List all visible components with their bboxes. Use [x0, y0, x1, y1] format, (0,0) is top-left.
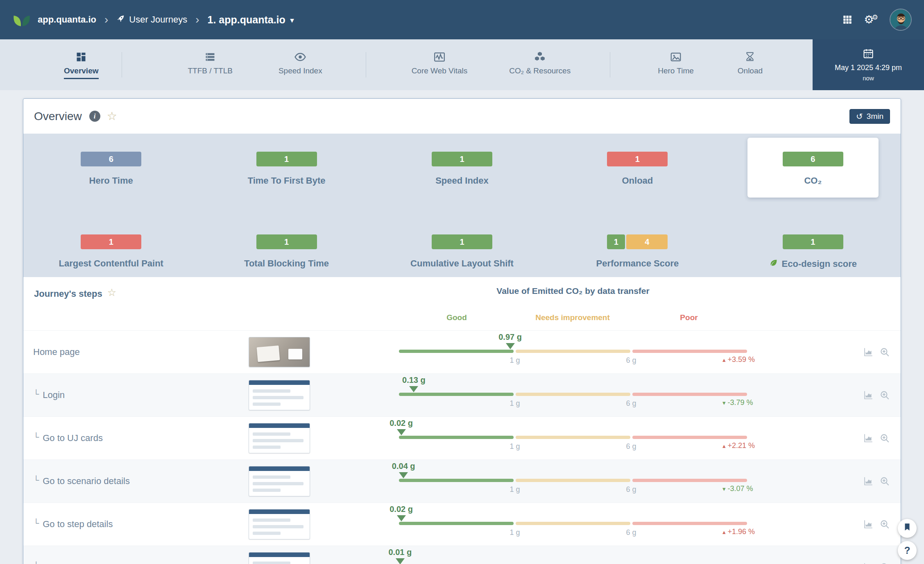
summary-card-performance-score[interactable]: 1 4 Performance Score	[550, 234, 725, 277]
refresh-interval-button[interactable]: ↺ 3min	[849, 109, 890, 124]
metric-badge: 1	[783, 234, 843, 249]
summary-card-lcp[interactable]: 1 Largest Contentful Paint	[23, 234, 199, 277]
breadcrumb-journeys-label: User Journeys	[129, 14, 187, 25]
summary-card-label: Onload	[622, 175, 653, 186]
step-name[interactable]: Go to scenario details	[43, 476, 130, 487]
metric-tabbar: Overview TTFB / TTLB Speed Index Core We…	[0, 39, 924, 90]
overview-grid-icon	[75, 51, 87, 63]
chart-icon[interactable]	[863, 562, 874, 564]
zoom-in-icon[interactable]	[879, 562, 890, 564]
summary-cards: 6 Hero Time 1 Time To First Byte 1 Speed…	[23, 134, 901, 277]
chart-icon[interactable]	[863, 433, 874, 443]
step-name[interactable]: Go to UJ cards	[43, 433, 103, 443]
journey-step-row[interactable]: └ Login 0.13 g 1 g 6 g ▾-3.79 %	[23, 373, 901, 416]
metric-badge: 1	[607, 152, 668, 166]
summary-card-speed-index[interactable]: 1 Speed Index	[374, 152, 550, 193]
chart-icon[interactable]	[863, 347, 874, 357]
co2-value: 0.02 g	[390, 505, 413, 514]
metric-badge: 1	[607, 234, 625, 249]
summary-card-label: Largest Contentful Paint	[59, 258, 163, 269]
zoom-in-icon[interactable]	[879, 390, 890, 400]
zoom-in-icon[interactable]	[879, 476, 890, 487]
co2-scale-bar	[399, 393, 747, 396]
step-thumbnail[interactable]	[249, 466, 310, 496]
step-name[interactable]: Home page	[33, 347, 80, 357]
value-marker-icon	[409, 386, 418, 392]
navbar-actions: ⚙⚙	[842, 9, 912, 31]
value-marker-icon	[397, 429, 406, 435]
chart-icon[interactable]	[863, 390, 874, 400]
apps-grid-icon[interactable]	[842, 14, 853, 25]
summary-card-label: CO₂	[804, 175, 822, 186]
summary-card-hero-time[interactable]: 6 Hero Time	[23, 152, 199, 193]
summary-card-cls[interactable]: 1 Cumulative Layout Shift	[374, 234, 550, 277]
step-thumbnail[interactable]	[249, 380, 310, 410]
hourglass-icon	[745, 51, 755, 63]
breadcrumb-root[interactable]: app.quanta.io	[38, 14, 96, 25]
co2-scale-bar	[399, 522, 747, 525]
tab-speed-index[interactable]: Speed Index	[268, 51, 333, 79]
co2-value: 0.97 g	[498, 332, 522, 342]
journey-step-row[interactable]: Home page 0.97 g 1 g 6 g ▴+3.59 %	[23, 330, 901, 373]
info-icon[interactable]: i	[89, 111, 100, 122]
summary-card-ttfb[interactable]: 1 Time To First Byte	[199, 152, 374, 193]
co2-value: 0.13 g	[402, 375, 426, 385]
step-name[interactable]: Login	[43, 390, 65, 400]
summary-card-co2[interactable]: 6 CO₂	[725, 152, 901, 193]
bookmark-button[interactable]	[898, 519, 917, 538]
metric-badge: 4	[626, 234, 668, 249]
refresh-interval-label: 3min	[867, 112, 883, 121]
delta-percent: ▾-3.07 %	[722, 484, 753, 493]
floating-buttons: ?	[898, 519, 917, 560]
date-range-picker[interactable]: May 1 2025 4:29 pm now	[813, 39, 924, 90]
summary-card-label: Cumulative Layout Shift	[410, 258, 514, 269]
breadcrumb-user-journeys[interactable]: User Journeys	[116, 14, 187, 25]
step-name[interactable]: Go to RUM	[43, 562, 88, 564]
tab-ttfb-ttlb[interactable]: TTFB / TTLB	[177, 51, 243, 79]
breadcrumb-chevron-icon: ›	[195, 14, 199, 25]
step-name[interactable]: Go to step details	[43, 519, 113, 530]
chart-icon[interactable]	[863, 476, 874, 487]
summary-card-label: Speed Index	[435, 175, 489, 186]
value-marker-icon	[399, 472, 408, 478]
journey-selector[interactable]: 1. app.quanta.io ▾	[208, 14, 294, 26]
trend-arrow-icon: ▾	[722, 485, 726, 493]
summary-card-label: Time To First Byte	[248, 175, 326, 186]
journey-step-row[interactable]: └ Go to RUM 0.01 g 1 g 6 g	[23, 546, 901, 564]
trend-arrow-icon: ▴	[722, 528, 726, 536]
journey-step-row[interactable]: └ Go to scenario details 0.04 g 1 g 6 g …	[23, 459, 901, 503]
tab-core-web-vitals[interactable]: Core Web Vitals	[401, 51, 478, 79]
tab-label: Onload	[738, 66, 763, 79]
date-range-now: now	[863, 75, 874, 82]
summary-card-tbt[interactable]: 1 Total Blocking Time	[199, 234, 374, 277]
delta-percent: ▴+3.59 %	[722, 355, 755, 364]
tab-overview[interactable]: Overview	[53, 51, 109, 79]
favorite-star-icon[interactable]: ☆	[107, 287, 116, 298]
tree-corner: └	[33, 432, 39, 442]
metric-badge: 6	[783, 152, 843, 166]
tab-onload[interactable]: Onload	[727, 51, 773, 79]
journey-step-row[interactable]: └ Go to UJ cards 0.02 g 1 g 6 g ▴+2.21 %	[23, 416, 901, 459]
journey-step-row[interactable]: └ Go to step details 0.02 g 1 g 6 g ▴+1.…	[23, 503, 901, 546]
step-thumbnail[interactable]	[249, 552, 310, 564]
chart-icon[interactable]	[863, 519, 874, 530]
help-button[interactable]: ?	[898, 541, 917, 560]
trend-arrow-icon: ▴	[722, 356, 726, 364]
step-thumbnail[interactable]	[249, 423, 310, 453]
zoom-in-icon[interactable]	[879, 519, 890, 530]
favorite-star-icon[interactable]: ☆	[107, 111, 117, 122]
tab-label: Hero Time	[658, 66, 694, 79]
summary-card-onload[interactable]: 1 Onload	[550, 152, 725, 193]
overview-panel: Overview i ☆ ↺ 3min 6 Hero Time 1 Time T…	[23, 98, 901, 564]
calendar-icon	[863, 48, 874, 61]
tree-corner: └	[33, 389, 39, 399]
zoom-in-icon[interactable]	[879, 433, 890, 443]
zoom-in-icon[interactable]	[879, 347, 890, 357]
user-avatar[interactable]	[890, 9, 912, 31]
step-thumbnail[interactable]	[249, 337, 310, 367]
step-thumbnail[interactable]	[249, 509, 310, 539]
tab-hero-time[interactable]: Hero Time	[647, 51, 704, 79]
settings-gears-icon[interactable]: ⚙⚙	[864, 14, 878, 25]
summary-card-eco-design[interactable]: 1 Eco-design score	[725, 234, 901, 277]
tab-co2-resources[interactable]: CO₂ & Resources	[498, 51, 581, 79]
